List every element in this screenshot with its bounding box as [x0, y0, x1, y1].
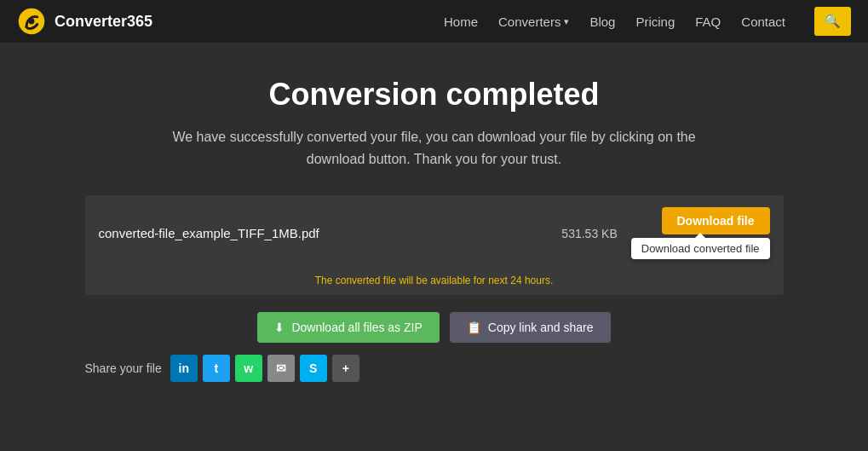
nav-converters[interactable]: Converters ▾ [498, 14, 569, 29]
available-note: The converted file will be available for… [85, 271, 784, 295]
download-container: Download file Download converted file [631, 207, 770, 259]
logo-text: Converter365 [55, 13, 152, 31]
logo-link[interactable]: Converter365 [17, 7, 152, 36]
nav-pricing[interactable]: Pricing [635, 14, 675, 29]
download-file-button[interactable]: Download file [662, 207, 770, 234]
download-tooltip: Download converted file [631, 238, 770, 259]
download-zip-icon: ⬇ [274, 321, 285, 334]
nav-home[interactable]: Home [444, 14, 478, 29]
nav-converters-label: Converters [498, 14, 560, 29]
download-zip-button[interactable]: ⬇ Download all files as ZIP [257, 312, 439, 343]
file-size: 531.53 KB [561, 227, 617, 240]
share-skype-button[interactable]: S [300, 355, 327, 382]
file-section: converted-file_example_TIFF_1MB.pdf 531.… [85, 195, 784, 295]
share-twitter-button[interactable]: t [203, 355, 230, 382]
nav-faq[interactable]: FAQ [695, 14, 721, 29]
nav-contact[interactable]: Contact [741, 14, 785, 29]
download-zip-label: Download all files as ZIP [291, 321, 422, 334]
copy-link-label: Copy link and share [488, 321, 594, 334]
copy-link-button[interactable]: 📋 Copy link and share [450, 312, 611, 343]
share-more-button[interactable]: + [332, 355, 359, 382]
chevron-down-icon: ▾ [564, 16, 569, 27]
logo-icon [17, 7, 46, 36]
share-email-button[interactable]: ✉ [267, 355, 295, 382]
file-row: converted-file_example_TIFF_1MB.pdf 531.… [85, 195, 784, 271]
share-row: Share your file in t w ✉ S + [85, 355, 784, 382]
main-content: Conversion completed We have successfull… [0, 43, 868, 399]
nav-links: Home Converters ▾ Blog Pricing FAQ Conta… [444, 7, 851, 36]
share-linkedin-button[interactable]: in [170, 355, 198, 382]
page-heading: Conversion completed [268, 77, 599, 113]
file-name: converted-file_example_TIFF_1MB.pdf [99, 226, 549, 240]
page-subtitle: We have successfully converted your file… [145, 126, 724, 170]
share-icons: in t w ✉ S + [170, 355, 359, 382]
navbar: Converter365 Home Converters ▾ Blog Pric… [0, 0, 868, 43]
search-button[interactable]: 🔍 [814, 7, 851, 36]
svg-point-1 [29, 19, 35, 25]
copy-icon: 📋 [467, 321, 481, 334]
action-buttons: ⬇ Download all files as ZIP 📋 Copy link … [257, 312, 610, 343]
share-label: Share your file [85, 361, 162, 375]
nav-blog[interactable]: Blog [589, 14, 615, 29]
share-whatsapp-button[interactable]: w [235, 355, 262, 382]
